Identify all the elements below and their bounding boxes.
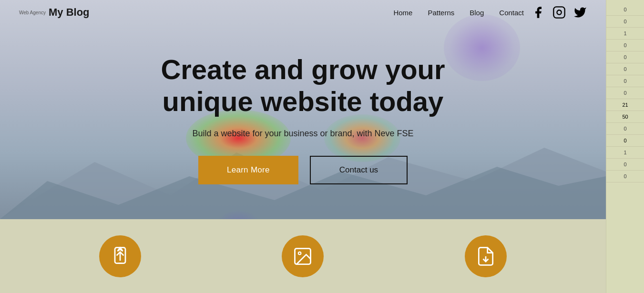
download-icon bbox=[475, 246, 496, 267]
bottom-icon-download bbox=[465, 235, 507, 277]
sidebar-item-2: 1 bbox=[606, 28, 644, 40]
lightning-icon bbox=[110, 246, 131, 267]
sidebar-item-1: 0 bbox=[606, 16, 644, 28]
sidebar-item-0: 0 bbox=[606, 4, 644, 16]
header: Web Agency My Blog Home Patterns Blog Co… bbox=[0, 0, 606, 25]
sidebar-item-10: 0 bbox=[606, 123, 644, 135]
bottom-icon-lightning bbox=[99, 235, 141, 277]
main-nav: Home Patterns Blog Contact bbox=[393, 9, 524, 17]
nav-patterns[interactable]: Patterns bbox=[428, 9, 454, 17]
hero-buttons: Learn More Contact us bbox=[161, 156, 445, 184]
sidebar-item-6: 0 bbox=[606, 75, 644, 87]
nav-blog[interactable]: Blog bbox=[470, 9, 484, 17]
hero-title: Create and grow your unique website toda… bbox=[161, 54, 445, 117]
nav-home[interactable]: Home bbox=[393, 9, 412, 17]
nav-contact[interactable]: Contact bbox=[499, 9, 524, 17]
svg-point-8 bbox=[298, 252, 301, 254]
bottom-section bbox=[0, 219, 606, 293]
sidebar: 0 0 1 0 0 0 0 0 21 50 0 0 1 0 0 bbox=[606, 0, 644, 293]
hero-subtitle: Build a website for your business or bra… bbox=[161, 129, 445, 139]
contact-us-button[interactable]: Contact us bbox=[310, 156, 408, 184]
image-icon bbox=[292, 246, 313, 267]
facebook-icon[interactable] bbox=[532, 6, 545, 19]
sidebar-item-7: 0 bbox=[606, 87, 644, 99]
twitter-icon[interactable] bbox=[573, 6, 587, 19]
sidebar-item-5: 0 bbox=[606, 63, 644, 75]
sidebar-item-4: 0 bbox=[606, 51, 644, 63]
sidebar-item-12: 1 bbox=[606, 147, 644, 159]
hero-content: Create and grow your unique website toda… bbox=[161, 35, 445, 184]
learn-more-button[interactable]: Learn More bbox=[198, 156, 298, 184]
svg-rect-0 bbox=[553, 7, 564, 18]
sidebar-item-13: 0 bbox=[606, 159, 644, 171]
instagram-icon[interactable] bbox=[552, 6, 566, 19]
social-icons bbox=[532, 6, 587, 19]
sidebar-item-14: 0 bbox=[606, 171, 644, 182]
sidebar-item-3: 0 bbox=[606, 40, 644, 51]
bottom-icon-image bbox=[282, 235, 324, 277]
brand-label: Web Agency bbox=[19, 10, 46, 15]
brand-title: My Blog bbox=[49, 6, 90, 19]
sidebar-item-8: 21 bbox=[606, 99, 644, 111]
hero-section: Create and grow your unique website toda… bbox=[0, 0, 606, 219]
sidebar-item-11: 0 bbox=[606, 135, 644, 147]
main-content: Web Agency My Blog Home Patterns Blog Co… bbox=[0, 0, 606, 293]
sidebar-item-9: 50 bbox=[606, 111, 644, 123]
